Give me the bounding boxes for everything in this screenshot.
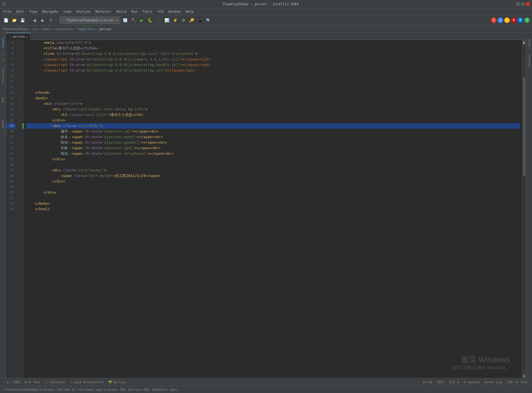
code-content[interactable]: <meta charset="UTF-8"> <title>显示个人信息</ti… [24,40,522,378]
breadcrumb-resources[interactable]: resources [55,27,73,31]
scrollbar[interactable]: ▲ ▼ [522,40,526,378]
edge-browser-icon[interactable]: E [518,17,523,23]
scroll-up-btn[interactable]: ▲ [523,40,526,43]
fold-15[interactable]: ▾ [18,101,22,107]
fold-29[interactable]: ▸ [18,179,22,184]
menu-build[interactable]: Build [114,9,129,14]
cursor-position[interactable]: 19:30 [421,380,434,384]
code-line-33: </body> [26,201,520,206]
right-sep [527,48,531,48]
indent-settings[interactable]: 4 spaces [463,380,481,384]
maximize-button[interactable]: □ [521,2,525,6]
sidebar-fav-icon[interactable]: Favorites [1,69,4,83]
fold-24 [18,151,22,156]
app-selector[interactable]: ⬡ ThymeleafDemoApplication ▾ [59,17,120,24]
chrome2-browser-icon[interactable]: C [498,17,503,23]
run-btn[interactable]: ▶ [138,17,145,24]
spring-status[interactable]: 🌱 Spring [107,380,126,384]
menu-view[interactable]: View [27,9,40,14]
sidebar-icon-1[interactable]: 1 [2,51,4,57]
menu-edit[interactable]: Edit [14,9,27,14]
event-log[interactable]: Event Log [483,380,503,384]
app-logo: ⬡ [2,2,5,6]
sidebar-web2-icon[interactable]: WeVeb [1,114,4,128]
right-database-tab[interactable]: Database [528,50,531,67]
coverage-btn[interactable]: 📊 [163,17,170,24]
code-line-28: <span class="text-muted">信工院2021/5/24</s… [26,173,520,179]
sidebar-icon-2[interactable]: 2 [2,57,4,63]
breadcrumb-main[interactable]: main [43,27,51,31]
reload-btn[interactable]: 🔄 [121,17,129,24]
fold-16[interactable]: ▾ [18,107,22,112]
breadcrumb-src[interactable]: src [32,27,39,31]
file-encoding[interactable]: UTF-8 [448,380,460,384]
scroll-track[interactable] [523,44,525,374]
menu-tools[interactable]: Tools [140,9,155,14]
line-number-34: 34 [6,206,16,212]
menu-code[interactable]: Code [61,9,74,14]
code-line-9: <javascript th:src="@{/bootstrap-4.0.0/j… [26,68,520,73]
save-btn[interactable]: 💾 [19,17,26,24]
breadcrumb-bar: ThymeleafDemo › src › main › resources ›… [0,26,532,33]
fold-33[interactable]: ▸ [18,201,22,206]
encoding-label: UTF-8 [449,380,459,384]
back-btn[interactable]: ◀ [31,17,38,24]
menu-help[interactable]: Help [183,9,196,14]
debug-btn[interactable]: 🐛 [146,17,154,24]
menu-vcs[interactable]: VCS [155,9,166,14]
line-ending[interactable]: CRLF [436,380,446,384]
forward-btn[interactable]: ▶ [39,17,46,24]
device-btn[interactable]: 📱 [196,17,204,24]
tab-person[interactable]: ⬡ person × [6,33,31,40]
fold-25[interactable]: ▸ [18,156,22,162]
chrome4-browser-icon[interactable]: C [524,17,530,23]
settings-btn[interactable]: ⚙ [180,17,187,24]
tab-close-btn[interactable]: × [26,35,27,38]
todo-status[interactable]: ⚠ 6: TODO [2,380,22,384]
search-btn[interactable]: 🔍 [205,17,212,24]
chrome-browser-icon[interactable]: C [491,17,496,23]
menu-file[interactable]: File [1,9,14,14]
minimize-button[interactable]: ─ [516,2,520,6]
sdk-btn[interactable]: 🔑 [188,17,195,24]
code-line-30 [26,184,520,190]
line-col-info[interactable]: 336 of 854▾ [506,380,530,384]
fold-19[interactable]: ▾ [18,123,22,129]
right-panel-icons: Nayen Database [526,33,532,378]
breadcrumb-templates[interactable]: templates [77,27,95,31]
fold-13[interactable]: ▸ [18,90,22,95]
scroll-down-btn[interactable]: ▼ [523,375,526,377]
terminal-status[interactable]: ⬛ Terminal [43,380,67,384]
fold-27[interactable]: ▾ [18,168,22,173]
scroll-markers [525,61,526,72]
line-number-9: 9 [6,68,16,73]
sidebar-web-icon[interactable]: Web [1,94,4,103]
menu-window[interactable]: Window [166,9,183,14]
fold-31[interactable]: ▸ [18,190,22,195]
right-nayen-tab[interactable]: Nayen [528,34,531,46]
java-enterprise-status[interactable]: ☕ Java Enterprise [69,380,105,384]
fold-14[interactable]: ▸ [18,95,22,101]
menu-analyze[interactable]: Analyze [74,9,93,14]
profile-btn[interactable]: ⚡ [171,17,179,24]
open-btn[interactable]: 📁 [11,17,18,24]
line-col-label: 336 of 854▾ [507,380,529,384]
opera-browser-icon[interactable]: O [511,17,516,23]
line-number-28: 28 [6,173,16,179]
menu-navigate[interactable]: Navigate [40,9,61,14]
close-button[interactable]: ✕ [526,2,530,6]
chrome3-browser-icon[interactable]: C [504,17,510,23]
terminal-label: Terminal [50,380,66,384]
stop-btn[interactable]: ⬛ [155,17,162,24]
new-file-btn[interactable]: 📄 [2,17,9,24]
fold-18[interactable]: ▸ [18,118,22,123]
menu-refactor[interactable]: Refactor [93,9,114,14]
terminal-icon: ⬛ [44,380,49,384]
breadcrumb-thymeleafdemo[interactable]: ThymeleafDemo [2,27,28,31]
build-btn[interactable]: 🔨 [130,17,137,24]
scroll-thumb[interactable] [523,77,525,176]
refresh-btn[interactable]: ↻ [47,17,55,24]
menu-run[interactable]: Run [129,9,140,14]
project-sidebar-icon[interactable]: Project [0,34,6,50]
run-status[interactable]: ▶ 4: Run [24,380,41,384]
